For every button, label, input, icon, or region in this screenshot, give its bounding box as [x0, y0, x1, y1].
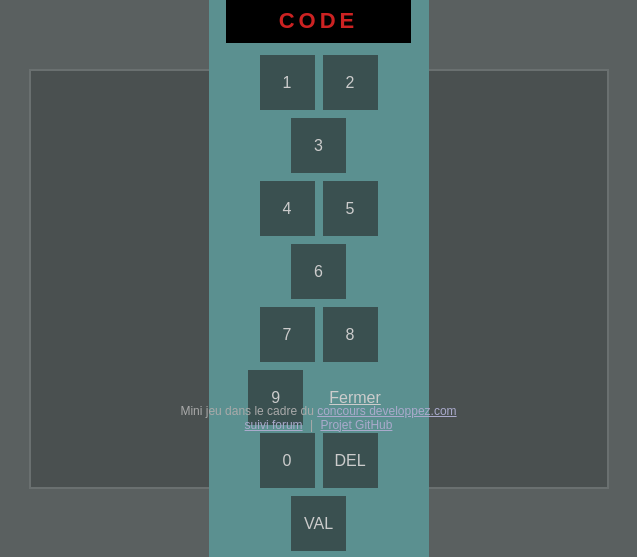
footer-link-concours[interactable]: concours developpez.com — [317, 404, 456, 418]
footer-text-prefix: Mini jeu dans le cadre du — [180, 404, 317, 418]
key-3[interactable]: 3 — [291, 118, 346, 173]
footer-link-suivi[interactable]: suivi forum — [245, 418, 303, 432]
display-text: CODE — [279, 8, 359, 34]
key-2[interactable]: 2 — [323, 55, 378, 110]
key-del[interactable]: DEL — [323, 433, 378, 488]
key-7[interactable]: 7 — [260, 307, 315, 362]
key-5[interactable]: 5 — [323, 181, 378, 236]
key-0[interactable]: 0 — [260, 433, 315, 488]
footer-link-github[interactable]: Projet GitHub — [320, 418, 392, 432]
footer-info: Mini jeu dans le cadre du concours devel… — [31, 404, 607, 432]
key-row-7: 0 DEL — [260, 433, 378, 488]
key-row-2: 3 — [291, 118, 346, 173]
key-row-4: 6 — [291, 244, 346, 299]
key-row-5: 7 8 — [260, 307, 378, 362]
key-row-8: VAL — [291, 496, 346, 551]
key-8[interactable]: 8 — [323, 307, 378, 362]
key-row-3: 4 5 — [260, 181, 378, 236]
key-4[interactable]: 4 — [260, 181, 315, 236]
outer-frame: CODE 1 2 3 4 5 6 7 8 9 Fermer — [29, 69, 609, 489]
keypad-container: CODE 1 2 3 4 5 6 7 8 9 Fermer — [209, 0, 429, 557]
footer-pipe: | — [310, 418, 316, 432]
key-row-1: 1 2 — [260, 55, 378, 110]
key-1[interactable]: 1 — [260, 55, 315, 110]
key-val[interactable]: VAL — [291, 496, 346, 551]
key-6[interactable]: 6 — [291, 244, 346, 299]
code-display: CODE — [226, 0, 411, 43]
